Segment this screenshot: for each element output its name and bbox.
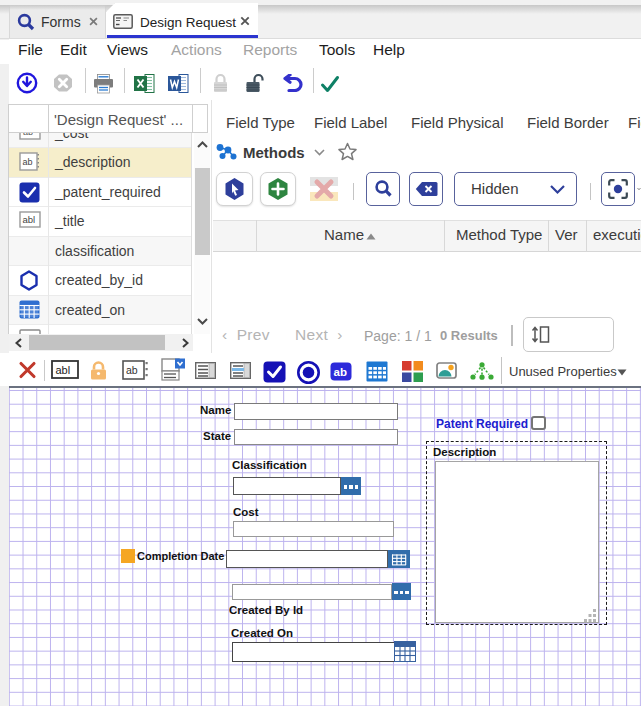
svg-text:ab: ab bbox=[334, 366, 347, 378]
svg-text:ab: ab bbox=[126, 364, 138, 376]
svg-text:ab: ab bbox=[23, 157, 33, 167]
svg-text:ab: ab bbox=[23, 133, 33, 137]
svg-text:abl: abl bbox=[23, 214, 36, 225]
svg-text:abl: abl bbox=[56, 364, 71, 376]
